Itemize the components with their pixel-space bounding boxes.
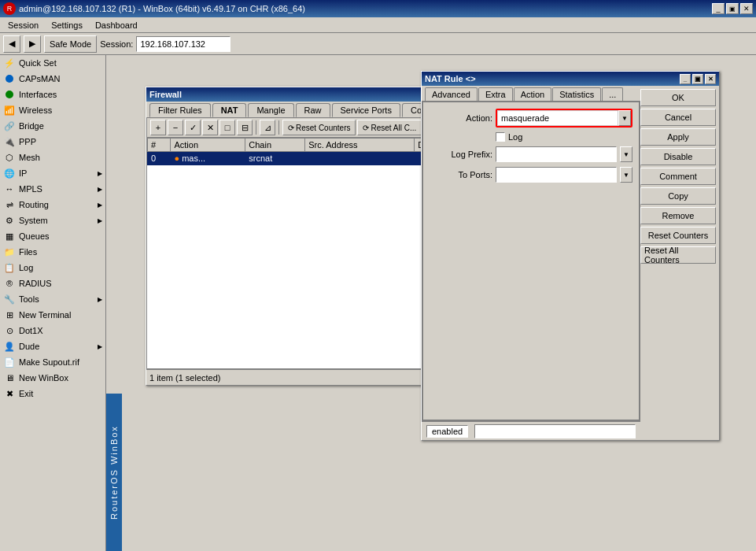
disable-rule-button[interactable]: ✕ bbox=[202, 120, 218, 135]
nat-status-text: enabled bbox=[426, 425, 468, 438]
action-label: Action: bbox=[430, 113, 492, 123]
sidebar-item-routing[interactable]: ⇌ Routing bbox=[0, 197, 105, 213]
log-prefix-input[interactable] bbox=[496, 146, 617, 162]
minimize-button[interactable] bbox=[712, 3, 725, 14]
sidebar-item-makesupout[interactable]: 📄 Make Supout.rif bbox=[0, 354, 105, 370]
sidebar-item-dot1x[interactable]: ⊙ Dot1X bbox=[0, 323, 105, 338]
add-rule-button[interactable]: + bbox=[150, 120, 166, 135]
nat-restore-btn[interactable]: ▣ bbox=[692, 74, 703, 84]
log-checkbox-wrap: Log bbox=[496, 132, 522, 142]
to-ports-input[interactable] bbox=[496, 167, 617, 183]
to-ports-label: To Ports: bbox=[430, 170, 492, 179]
reset-counters-button[interactable]: ⟳ Reset Counters bbox=[282, 120, 356, 135]
tab-raw[interactable]: Raw bbox=[296, 103, 330, 117]
sidebar-item-bridge[interactable]: 🔗 Bridge bbox=[0, 118, 105, 134]
restore-button[interactable] bbox=[726, 3, 739, 14]
sidebar-item-radius[interactable]: ® RADIUS bbox=[0, 276, 105, 291]
title-bar-text: admin@192.168.107.132 (R1) - WinBox (64b… bbox=[19, 4, 712, 13]
sidebar-item-mesh[interactable]: ⬡ Mesh bbox=[0, 150, 105, 165]
nat-tab-statistics[interactable]: Statistics bbox=[552, 87, 601, 101]
tab-filter-rules[interactable]: Filter Rules bbox=[149, 103, 211, 117]
nat-tab-content-area: Action: ▼ Log bbox=[422, 101, 640, 421]
log-checkbox[interactable] bbox=[496, 132, 505, 142]
ppp-icon: 🔌 bbox=[3, 135, 16, 148]
firewall-status-text: 1 item (1 selected) bbox=[149, 373, 220, 383]
sidebar-label-quickset: Quick Set bbox=[19, 58, 57, 68]
reset-all-counters-btn[interactable]: Reset All Counters bbox=[640, 246, 716, 264]
sidebar-item-ip[interactable]: 🌐 IP bbox=[0, 165, 105, 181]
nat-tab-advanced[interactable]: Advanced bbox=[425, 87, 478, 101]
sidebar-label-exit: Exit bbox=[19, 389, 33, 398]
enable-rule-button[interactable]: ✓ bbox=[185, 120, 201, 135]
menu-settings[interactable]: Settings bbox=[45, 19, 89, 31]
sort-button[interactable]: ⊟ bbox=[237, 120, 253, 135]
nat-tab-action[interactable]: Action bbox=[514, 87, 552, 101]
close-button[interactable] bbox=[740, 3, 753, 14]
reset-counters-side-btn[interactable]: Reset Counters bbox=[640, 227, 716, 244]
to-ports-dropdown[interactable]: ▼ bbox=[620, 167, 632, 183]
sidebar-item-ppp[interactable]: 🔌 PPP bbox=[0, 134, 105, 150]
content-area: Firewall _ ▣ ✕ Filter Rules NAT Mangle R… bbox=[106, 55, 756, 551]
copy-button[interactable]: Copy bbox=[640, 187, 716, 205]
sidebar-item-capsman[interactable]: CAPsMAN bbox=[0, 71, 105, 87]
sidebar-item-tools[interactable]: 🔧 Tools bbox=[0, 291, 105, 307]
reset-all-icon: ⟳ bbox=[363, 124, 369, 132]
log-prefix-dropdown[interactable]: ▼ bbox=[620, 146, 632, 162]
sidebar-item-newwinbox[interactable]: 🖥 New WinBox bbox=[0, 370, 105, 386]
mesh-icon: ⬡ bbox=[3, 151, 16, 164]
sidebar-item-quickset[interactable]: ⚡ Quick Set bbox=[0, 55, 105, 71]
ok-button[interactable]: OK bbox=[640, 89, 716, 106]
reset-counters-icon: ⟳ bbox=[288, 124, 294, 132]
interfaces-icon bbox=[3, 88, 16, 101]
sidebar: ⚡ Quick Set CAPsMAN Interfaces 📶 Wireles… bbox=[0, 55, 106, 551]
disable-button[interactable]: Disable bbox=[640, 148, 716, 165]
cell-chain: srcnat bbox=[245, 152, 305, 165]
apply-button[interactable]: Apply bbox=[640, 128, 716, 146]
sidebar-item-files[interactable]: 📁 Files bbox=[0, 244, 105, 260]
cancel-button[interactable]: Cancel bbox=[640, 109, 716, 126]
sidebar-label-ip: IP bbox=[19, 168, 27, 178]
sidebar-label-radius: RADIUS bbox=[19, 279, 52, 288]
copy-rule-button[interactable]: □ bbox=[219, 120, 235, 135]
action-input[interactable] bbox=[497, 110, 618, 126]
action-dropdown-arrow[interactable]: ▼ bbox=[618, 110, 631, 126]
capsman-icon bbox=[3, 72, 16, 85]
reset-all-label: Reset All C... bbox=[371, 124, 416, 132]
nat-titlebar[interactable]: NAT Rule <> _ ▣ ✕ bbox=[422, 72, 719, 86]
sidebar-item-mpls[interactable]: ↔ MPLS bbox=[0, 181, 105, 197]
sidebar-item-newterminal[interactable]: ⊞ New Terminal bbox=[0, 307, 105, 323]
tab-mangle[interactable]: Mangle bbox=[248, 103, 293, 117]
tab-nat[interactable]: NAT bbox=[212, 103, 247, 117]
action-select-wrap: ▼ bbox=[496, 109, 632, 128]
nat-minimize-btn[interactable]: _ bbox=[680, 74, 691, 84]
col-action: Action bbox=[171, 139, 245, 152]
menu-dashboard[interactable]: Dashboard bbox=[89, 19, 144, 31]
sidebar-item-interfaces[interactable]: Interfaces bbox=[0, 87, 105, 102]
sidebar-item-system[interactable]: ⚙ System bbox=[0, 213, 105, 228]
nat-tab-more[interactable]: ... bbox=[602, 87, 623, 101]
nat-tab-extra[interactable]: Extra bbox=[478, 87, 513, 101]
menu-session[interactable]: Session bbox=[2, 19, 45, 31]
sidebar-item-queues[interactable]: ▦ Queues bbox=[0, 228, 105, 244]
cell-src bbox=[305, 152, 415, 165]
sidebar-item-log[interactable]: 📋 Log bbox=[0, 260, 105, 276]
filter-button[interactable]: ⊿ bbox=[260, 120, 275, 135]
forward-button[interactable]: ▶ bbox=[24, 35, 41, 53]
sidebar-item-wireless[interactable]: 📶 Wireless bbox=[0, 102, 105, 118]
winbox-label-text: RouterOS WinBox bbox=[109, 425, 119, 520]
session-input[interactable] bbox=[136, 36, 230, 52]
tab-service-ports[interactable]: Service Ports bbox=[332, 103, 400, 117]
sidebar-item-exit[interactable]: ✖ Exit bbox=[0, 386, 105, 401]
comment-button[interactable]: Comment bbox=[640, 168, 716, 185]
queues-icon: ▦ bbox=[3, 230, 16, 242]
reset-all-counters-button[interactable]: ⟳ Reset All C... bbox=[357, 120, 422, 135]
nat-close-btn[interactable]: ✕ bbox=[705, 74, 716, 84]
delete-rule-button[interactable]: − bbox=[168, 120, 183, 135]
title-bar: R admin@192.168.107.132 (R1) - WinBox (6… bbox=[0, 0, 756, 17]
sidebar-item-dude[interactable]: 👤 Dude bbox=[0, 338, 105, 354]
remove-button[interactable]: Remove bbox=[640, 207, 716, 224]
sidebar-label-newwinbox: New WinBox bbox=[19, 373, 68, 383]
back-button[interactable]: ◀ bbox=[3, 35, 20, 53]
tools-icon: 🔧 bbox=[3, 293, 16, 305]
safe-mode-button[interactable]: Safe Mode bbox=[44, 35, 97, 53]
